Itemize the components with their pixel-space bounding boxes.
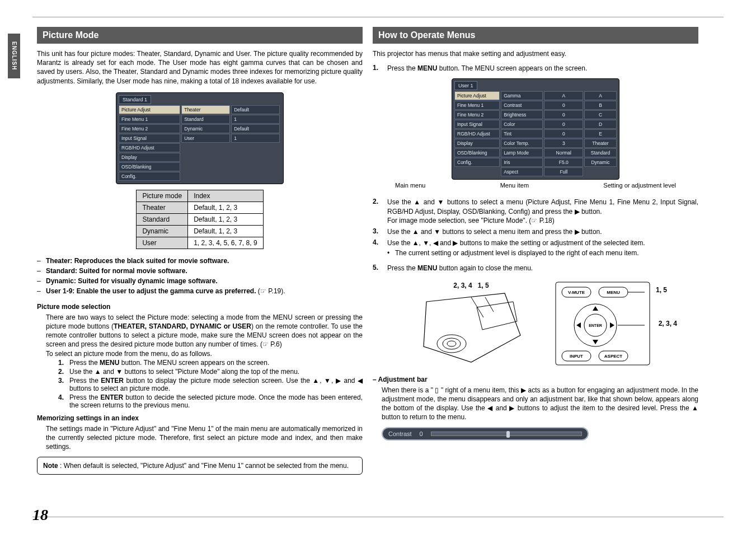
pm-cell: User: [137, 237, 188, 249]
osd-screenshot-left: Standard 1 Picture Adjust Fine Menu 1 Fi…: [116, 92, 284, 184]
osd-mid-item: Color: [501, 120, 543, 129]
intro-text: This unit has four picture modes: Theate…: [37, 49, 363, 86]
osd-val: 0: [544, 101, 583, 110]
adjustment-bar-heading: – Adjustment bar: [373, 376, 698, 383]
osd-right-item: E: [584, 129, 617, 138]
osd-side-item: Config.: [119, 172, 180, 181]
osd-screenshot-right: User 1 Picture Adjust Fine Menu 1 Fine M…: [452, 78, 619, 180]
osd-mode-item: User: [181, 134, 230, 143]
osd-left-item: Config.: [454, 158, 500, 167]
osd-val: F5.0: [544, 158, 583, 167]
osd-side-item: Picture Adjust: [119, 105, 180, 114]
right-intro: This projector has menus that make setti…: [373, 49, 698, 58]
pm-cell: Default, 1, 2, 3: [188, 213, 263, 225]
adj-bar-value: 0: [420, 430, 423, 437]
selection-para: There are two ways to select the Picture…: [37, 313, 363, 349]
selection-para2: To select an picture mode from the menu,…: [37, 349, 363, 358]
section-title-right: How to Operate Menus: [373, 27, 698, 44]
osd-left-item: Input Signal: [454, 120, 500, 129]
osd-val: 0: [544, 120, 583, 129]
mode-descriptions: Theater: Reproduces the black suited for…: [37, 256, 363, 296]
pm-cell: Standard: [137, 213, 188, 225]
osd-mode-val: Default: [231, 105, 280, 114]
osd-side-item: OSD/Blanking: [119, 162, 180, 171]
osd-left-item: Display: [454, 139, 500, 148]
pm-header: Picture mode: [137, 190, 188, 202]
osd-left-item: RGB/HD Adjust: [454, 129, 500, 138]
osd-caption: Main menu Menu item Setting or adjustmen…: [395, 182, 676, 189]
mode-desc-ref: (☞ P.19).: [256, 287, 285, 295]
remote-diagram-icon: V-MUTE MENU ENTER INPUT ASPECT: [555, 282, 650, 366]
osd-val: Normal: [544, 148, 583, 157]
section-title-left: Picture Mode: [37, 27, 363, 44]
osd-mid-item: Gamma: [501, 91, 543, 100]
osd-mid-item: Brightness: [501, 110, 543, 119]
osd-right-item: Dynamic: [584, 158, 617, 167]
osd-val: Full: [544, 167, 583, 176]
subheading-selection: Picture mode selection: [37, 303, 363, 311]
osd-val: 0: [544, 129, 583, 138]
osd-mode-item: Theater: [181, 105, 230, 114]
adj-bar-track: [431, 432, 582, 436]
pm-cell: Dynamic: [137, 225, 188, 237]
osd-val: 3: [544, 139, 583, 148]
osd-mid-item: Iris: [501, 158, 543, 167]
osd-left-item: Picture Adjust: [454, 91, 500, 100]
pm-header: Index: [188, 190, 263, 202]
osd-title: Standard 1: [119, 95, 151, 104]
osd-side-item: Fine Menu 1: [119, 115, 180, 124]
osd-mode-item: Dynamic: [181, 124, 230, 133]
language-tab: ENGLISH: [8, 34, 20, 78]
osd-right-item: B: [584, 101, 617, 110]
mode-desc: Dynamic: Suited for visually dynamic ima…: [46, 277, 218, 285]
step4-note: The current setting or adjustment level …: [373, 249, 698, 257]
osd-side-item: Display: [119, 153, 180, 162]
svg-text:INPUT: INPUT: [570, 354, 583, 359]
diagram-row: 2, 3, 4 1, 5 V-MUTE MENU: [373, 282, 698, 366]
mode-desc: Theater: Reproduces the black suited for…: [46, 257, 229, 265]
right-column: How to Operate Menus This projector has …: [373, 27, 698, 441]
svg-text:MENU: MENU: [607, 290, 620, 295]
pm-cell: Default, 1, 2, 3: [188, 202, 263, 213]
osd-mid-item: Color Temp.: [501, 139, 543, 148]
osd-left-item: Fine Menu 1: [454, 101, 500, 110]
osd-val: 0: [544, 110, 583, 119]
osd-mid-item: Lamp Mode: [501, 148, 543, 157]
osd-right-item: D: [584, 120, 617, 129]
osd-mode-item: Standard: [181, 115, 230, 124]
mode-desc: User 1-9: Enable the user to adjust the …: [46, 287, 256, 295]
osd-mode-val: Default: [231, 124, 280, 133]
osd-right-item: C: [584, 110, 617, 119]
osd-mode-val: 1: [231, 134, 280, 143]
selection-steps: 1.Press the MENU button. The MENU screen…: [37, 358, 363, 410]
osd-left-item: OSD/Blanking: [454, 148, 500, 157]
adjustment-bar-text: When there is a " ▯ " right of a menu it…: [382, 386, 698, 422]
pm-cell: Theater: [137, 202, 188, 213]
osd-mid-item: Tint: [501, 129, 543, 138]
osd-right-item: A: [584, 91, 617, 100]
adj-bar-label: Contrast: [388, 430, 412, 437]
osd-side-item: Fine Menu 2: [119, 124, 180, 133]
mode-desc: Standard: Suited for normal movie softwa…: [46, 267, 187, 275]
osd-right-item: Standard: [584, 148, 617, 157]
osd-side-item: Input Signal: [119, 134, 180, 143]
note-box: Note : When default is selected, "Pictur…: [37, 457, 363, 475]
osd-right-item: Theater: [584, 139, 617, 148]
memorize-para: The settings made in "Picture Adjust" an…: [37, 424, 363, 452]
diagram-label: 2, 3, 4: [453, 282, 472, 289]
diagram-label: 1, 5: [478, 282, 489, 289]
osd-left-item: Fine Menu 2: [454, 110, 500, 119]
svg-text:ASPECT: ASPECT: [604, 354, 623, 359]
svg-text:ENTER: ENTER: [589, 324, 602, 327]
adjustment-bar: Contrast 0: [382, 427, 589, 441]
pm-cell: Default, 1, 2, 3: [188, 225, 263, 237]
osd-title: User 1: [454, 81, 477, 90]
osd-val: A: [544, 91, 583, 100]
osd-mid-item: Aspect: [501, 167, 543, 176]
projector-diagram-icon: [421, 291, 522, 363]
subheading-memorize: Memorizing settings in an index: [37, 414, 363, 422]
picture-mode-table: Picture modeIndex TheaterDefault, 1, 2, …: [136, 190, 263, 249]
svg-text:V-MUTE: V-MUTE: [568, 290, 585, 295]
osd-mode-val: 1: [231, 115, 280, 124]
pm-cell: 1, 2, 3, 4, 5, 6, 7, 8, 9: [188, 237, 263, 249]
